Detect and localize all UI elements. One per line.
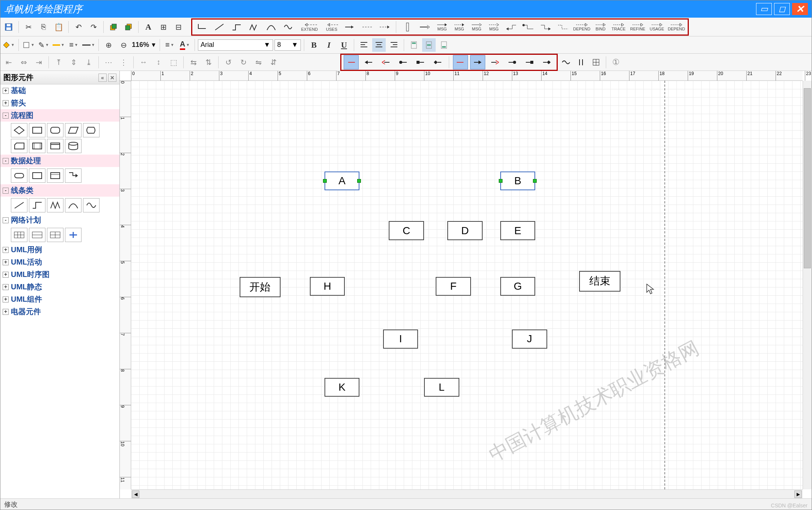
flip-h-icon[interactable]: ⇋ (252, 56, 265, 69)
node-K[interactable]: K (324, 378, 360, 397)
shape-step[interactable] (29, 198, 45, 212)
align-right-button[interactable] (387, 38, 401, 52)
valign-top-button[interactable] (407, 38, 421, 52)
shape-data[interactable] (47, 139, 63, 153)
canvas[interactable]: 开始ABCDEHFG结束IJKL 中国计算机技术职业资格网 (131, 81, 803, 489)
align-b-icon[interactable]: ⤓ (82, 56, 95, 69)
connector-return-icon[interactable] (504, 20, 519, 34)
zoom-out-button[interactable]: ⊖ (117, 38, 130, 52)
tree-category[interactable]: -网络计划 (0, 214, 119, 226)
node-J[interactable]: J (512, 329, 547, 349)
shape-plus[interactable] (65, 228, 82, 242)
shape-grid2[interactable] (29, 228, 45, 242)
tree-category[interactable]: +UML静态 (0, 281, 119, 293)
node-H[interactable]: H (310, 277, 345, 296)
shape-roundrect[interactable] (47, 123, 63, 137)
resize-handle[interactable] (499, 179, 503, 183)
node-E[interactable]: E (500, 221, 536, 240)
text-tool-button[interactable]: A (142, 20, 155, 34)
tree-category[interactable]: +箭头 (0, 97, 119, 109)
minimize-button[interactable]: ▭ (756, 3, 772, 15)
end-dot-icon[interactable] (505, 55, 520, 69)
tree-category[interactable]: +UML活动 (0, 256, 119, 268)
shape-rect[interactable] (29, 123, 45, 137)
node-A[interactable]: A (324, 172, 360, 191)
start-solid-arrow-icon[interactable] (361, 55, 376, 69)
undo-button[interactable]: ↶ (72, 20, 85, 34)
space-v-icon[interactable]: ⇅ (202, 56, 215, 69)
shape-parallelogram[interactable] (65, 123, 82, 137)
valign-bottom-button[interactable] (437, 38, 451, 52)
bold-button[interactable]: B (307, 38, 321, 52)
line-tool-button[interactable]: ✎▼ (37, 38, 50, 52)
node-start[interactable]: 开始 (240, 277, 281, 298)
save-button[interactable] (2, 20, 15, 34)
tree-category[interactable]: +UML用例 (0, 244, 119, 256)
scroll-left-button[interactable]: ◀ (132, 490, 139, 498)
linetype-grid-icon[interactable] (589, 56, 603, 69)
uml-extend-icon[interactable]: EXTEND (298, 20, 321, 34)
ungroup-button[interactable]: ⊟ (172, 20, 185, 34)
line-color-button[interactable]: ▼ (52, 38, 65, 52)
connector-dashed-icon[interactable] (360, 20, 375, 34)
rotate-r-icon[interactable]: ↻ (237, 56, 250, 69)
end-diamond-icon[interactable] (539, 55, 554, 69)
sidebar-collapse-button[interactable]: « (98, 74, 107, 82)
shape-grid4[interactable] (47, 228, 63, 242)
align-r-icon[interactable]: ⇥ (32, 56, 45, 69)
shape-rect3[interactable] (47, 168, 63, 183)
connector-dashed-arrow-icon[interactable] (377, 20, 392, 34)
uml-uses-icon[interactable]: USES (323, 20, 340, 34)
same-width-icon[interactable]: ↔ (137, 56, 150, 69)
resize-handle[interactable] (323, 179, 327, 183)
node-C[interactable]: C (389, 221, 424, 240)
group-button[interactable]: ⊞ (157, 20, 170, 34)
resize-handle[interactable] (533, 179, 537, 183)
align-left-button[interactable] (357, 38, 371, 52)
shape-cylinder[interactable] (65, 139, 82, 153)
end-open-arrow-icon[interactable] (488, 55, 503, 69)
zoom-in-button[interactable]: ⊕ (102, 38, 115, 52)
shape-style-button[interactable]: ▼ (22, 38, 35, 52)
node-G[interactable]: G (500, 277, 536, 296)
scrollbar-horizontal[interactable]: ◀ ▶ (131, 489, 803, 498)
font-size-select[interactable]: 8▼ (275, 39, 301, 51)
connector-double-open-icon[interactable] (417, 20, 432, 34)
uml-msg3-icon[interactable]: MSG (469, 20, 484, 34)
node-I[interactable]: I (383, 329, 418, 349)
align-t-icon[interactable]: ⤒ (52, 56, 65, 69)
tree-category[interactable]: -数据处理 (0, 155, 119, 167)
copy-button[interactable]: ⎘ (37, 20, 50, 34)
scroll-right-button[interactable]: ▶ (794, 490, 802, 498)
shape-diamond[interactable] (11, 123, 27, 137)
font-color-button[interactable]: A▼ (178, 38, 192, 52)
node-D[interactable]: D (447, 221, 483, 240)
expand-icon[interactable]: + (3, 296, 9, 302)
expand-icon[interactable]: - (3, 188, 9, 194)
start-none-icon[interactable] (344, 55, 359, 69)
uml-msg2-icon[interactable]: MSG (452, 20, 467, 34)
connector-route1-icon[interactable] (521, 20, 536, 34)
align-center-button[interactable] (372, 38, 386, 52)
shape-proc[interactable] (29, 139, 45, 153)
shape-arc[interactable] (65, 198, 82, 212)
line-style-button[interactable]: ≡▼ (67, 38, 80, 52)
node-B[interactable]: B (500, 172, 536, 191)
expand-icon[interactable]: + (3, 259, 9, 265)
shape-wave[interactable] (83, 198, 100, 212)
connector-solid-arrow-icon[interactable] (343, 20, 358, 34)
connector-line-icon[interactable] (212, 20, 227, 34)
scrollbar-vertical[interactable] (803, 81, 812, 489)
expand-icon[interactable]: - (3, 217, 9, 223)
start-square-icon[interactable] (413, 55, 428, 69)
same-size-icon[interactable]: ⬚ (167, 56, 180, 69)
shape-rect2[interactable] (29, 168, 45, 183)
align-m-icon[interactable]: ⇕ (67, 56, 80, 69)
circle-number-icon[interactable]: ① (609, 56, 623, 69)
connector-elbow-icon[interactable] (195, 20, 210, 34)
tree-category[interactable]: +基础 (0, 84, 119, 97)
flip-v-icon[interactable]: ⇵ (267, 56, 280, 69)
same-height-icon[interactable]: ↕ (152, 56, 165, 69)
shape-zigzag[interactable] (47, 198, 63, 212)
node-end[interactable]: 结束 (579, 271, 620, 292)
